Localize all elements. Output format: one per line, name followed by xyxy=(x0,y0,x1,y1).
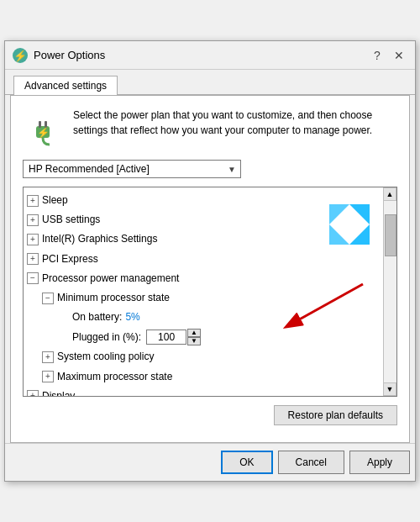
expander-display[interactable]: + xyxy=(27,390,39,397)
ok-button[interactable]: OK xyxy=(221,451,272,474)
svg-text:⚡: ⚡ xyxy=(13,49,28,63)
spinner-down-plugged_in[interactable]: ▼ xyxy=(187,337,201,345)
settings-tree[interactable]: +Sleep+USB settings+Intel(R) Graphics Se… xyxy=(23,187,397,397)
tree-label-min_state: Minimum processor state xyxy=(57,290,170,306)
tree-item-processor[interactable]: −Processor power management xyxy=(24,269,396,288)
spinner-up-plugged_in[interactable]: ▲ xyxy=(187,329,201,337)
tree-item-display[interactable]: +Display xyxy=(24,387,396,397)
tree-item-usb[interactable]: +USB settings xyxy=(24,210,396,229)
scroll-thumb[interactable] xyxy=(385,214,396,256)
tab-bar: Advanced settings xyxy=(5,70,415,95)
tree-label-processor: Processor power management xyxy=(42,271,179,287)
spinner-input-plugged_in[interactable] xyxy=(146,330,186,345)
footer: OK Cancel Apply xyxy=(5,443,415,481)
tree-item-on_battery[interactable]: On battery:5% xyxy=(24,308,396,327)
expander-intel[interactable]: + xyxy=(27,234,39,245)
tree-label-cooling: System cooling policy xyxy=(57,349,154,365)
expander-usb[interactable]: + xyxy=(27,214,39,226)
tree-label-sleep: Sleep xyxy=(42,192,68,208)
cancel-button[interactable]: Cancel xyxy=(278,451,344,474)
dropdown-wrapper: HP Recommended [Active] ▼ xyxy=(23,160,241,178)
plan-dropdown[interactable]: HP Recommended [Active] xyxy=(23,160,241,178)
restore-btn-row: Restore plan defaults xyxy=(23,405,397,425)
tree-value-on_battery: 5% xyxy=(125,309,139,325)
tree-item-max_state[interactable]: +Maximum processor state xyxy=(24,367,396,387)
spinner-btns-plugged_in: ▲▼ xyxy=(187,329,201,345)
close-button[interactable]: ✕ xyxy=(390,46,408,65)
apply-button[interactable]: Apply xyxy=(349,451,410,474)
expander-cooling[interactable]: + xyxy=(42,351,54,363)
description-area: ⚡ Select the power plan that you want to… xyxy=(23,108,397,148)
plan-dropdown-row: HP Recommended [Active] ▼ xyxy=(23,160,397,178)
tree-item-sleep[interactable]: +Sleep xyxy=(24,191,396,210)
tree-label-usb: USB settings xyxy=(42,212,100,228)
spinner-plugged_in: ▲▼ xyxy=(146,329,201,345)
title-controls: ? ✕ xyxy=(368,46,408,65)
tree-items: +Sleep+USB settings+Intel(R) Graphics Se… xyxy=(24,191,396,397)
power-icon: ⚡ xyxy=(23,108,63,148)
advanced-settings-tab[interactable]: Advanced settings xyxy=(13,76,118,95)
expander-max_state[interactable]: + xyxy=(42,371,54,382)
scroll-track xyxy=(383,201,396,382)
tree-label-intel: Intel(R) Graphics Settings xyxy=(42,231,157,247)
main-content: ⚡ Select the power plan that you want to… xyxy=(10,95,410,443)
tree-item-pci[interactable]: +PCI Express xyxy=(24,250,396,269)
tree-label-plugged_in: Plugged in (%): xyxy=(72,330,141,345)
expander-min_state[interactable]: − xyxy=(42,293,54,304)
scroll-up-button[interactable]: ▲ xyxy=(383,187,396,201)
expander-pci[interactable]: + xyxy=(27,253,39,265)
description-text: Select the power plan that you want to c… xyxy=(73,108,397,138)
scrollbar[interactable]: ▲ ▼ xyxy=(383,187,396,396)
tree-item-plugged_in[interactable]: Plugged in (%):▲▼ xyxy=(24,327,396,347)
tree-label-on_battery: On battery: xyxy=(72,309,122,325)
scroll-down-button[interactable]: ▼ xyxy=(383,382,396,396)
restore-defaults-button[interactable]: Restore plan defaults xyxy=(274,405,397,425)
svg-text:⚡: ⚡ xyxy=(37,126,50,139)
tree-label-max_state: Maximum processor state xyxy=(57,369,172,385)
expander-sleep[interactable]: + xyxy=(27,195,39,207)
tree-item-cooling[interactable]: +System cooling policy xyxy=(24,347,396,366)
title-bar: ⚡ Power Options ? ✕ xyxy=(5,41,415,70)
window-title: Power Options xyxy=(34,49,368,61)
expander-processor[interactable]: − xyxy=(27,272,39,284)
tree-item-intel[interactable]: +Intel(R) Graphics Settings xyxy=(24,229,396,249)
tree-label-pci: PCI Express xyxy=(42,251,98,267)
tree-label-display: Display xyxy=(42,388,75,397)
help-button[interactable]: ? xyxy=(368,46,386,65)
power-options-window: ⚡ Power Options ? ✕ Advanced settings xyxy=(4,40,416,482)
tree-item-min_state[interactable]: −Minimum processor state xyxy=(24,288,396,308)
window-icon: ⚡ xyxy=(12,47,29,64)
